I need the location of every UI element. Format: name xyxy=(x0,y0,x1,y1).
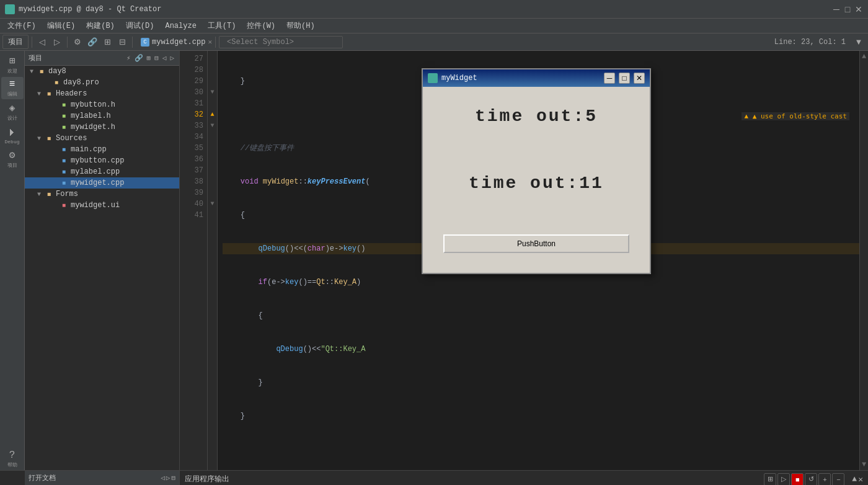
tree-item-day8[interactable]: ▼ ◼ day8 xyxy=(25,66,179,77)
toolbar-filter[interactable]: ⚙ xyxy=(71,35,84,49)
tree-item-day8pro[interactable]: ■ day8.pro xyxy=(25,77,179,88)
output-btn-restart[interactable]: ↺ xyxy=(805,473,817,486)
tree-label: day8 xyxy=(48,67,66,76)
output-btn-remove[interactable]: − xyxy=(832,473,844,486)
docs-icon1[interactable]: ◁ xyxy=(161,474,165,482)
close-button[interactable]: ✕ xyxy=(854,5,863,14)
widget-minimize-button[interactable]: ─ xyxy=(604,73,615,84)
cursor-position: Line: 23, Col: 1 xyxy=(774,38,851,47)
scroll-down-btn[interactable]: ▼ xyxy=(860,459,868,470)
output-controls: ⊞ ▷ ■ ↺ + − xyxy=(764,473,844,486)
sidebar-design[interactable]: ◈ 设计 xyxy=(1,100,24,123)
open-docs-panel: 打开文档 ◁ ▷ ⊟ p day8.pro C mybutton.cpp h m… xyxy=(25,471,180,485)
edit-icon: ≡ xyxy=(9,79,16,90)
maximize-button[interactable]: □ xyxy=(843,5,852,14)
output-close-icon[interactable]: ✕ xyxy=(858,474,863,484)
output-btn-run[interactable]: ▷ xyxy=(777,473,790,486)
tree-item-mywidget-ui[interactable]: ■ mywidget.ui xyxy=(25,200,179,211)
menu-controls[interactable]: 控件(W) xyxy=(242,19,280,32)
code-line-38 xyxy=(223,444,863,455)
toolbar-back[interactable]: ◁ xyxy=(35,35,49,49)
open-docs-controls: ◁ ▷ ⊟ xyxy=(161,474,175,482)
scroll-track[interactable] xyxy=(860,62,868,459)
output-title: 应用程序输出 xyxy=(185,474,229,484)
sidebar-edit[interactable]: ≡ 编辑 xyxy=(1,77,24,99)
tree-label: mywidget.cpp xyxy=(71,179,124,187)
warning-annotation: ▲ ▲ use of old-style cast xyxy=(742,112,849,120)
sidebar-project[interactable]: ⚙ 项目 xyxy=(1,148,24,170)
code-line-37: } xyxy=(223,411,863,422)
menu-debug[interactable]: 调试(D) xyxy=(121,19,159,32)
collapse-icon[interactable]: ⊟ xyxy=(153,53,160,63)
forward-nav-icon[interactable]: ▷ xyxy=(169,53,175,63)
link-icon[interactable]: 🔗 xyxy=(133,53,144,63)
widget-maximize-button[interactable]: □ xyxy=(619,73,630,84)
cpp-file-icon: ■ xyxy=(60,145,68,154)
file-tab-close[interactable]: ✕ xyxy=(208,38,212,46)
tree-item-mylabel-h[interactable]: ■ mylabel.h xyxy=(25,110,179,122)
tree-item-main-cpp[interactable]: ■ main.cpp xyxy=(25,144,179,155)
tree-item-forms[interactable]: ▼ ◼ Forms xyxy=(25,189,179,200)
scroll-up-btn[interactable]: ▲ xyxy=(860,51,868,62)
tree-label: main.cpp xyxy=(71,145,107,154)
menu-help[interactable]: 帮助(H) xyxy=(281,19,320,32)
menu-analyze[interactable]: Analyze xyxy=(160,20,201,32)
toolbar-forward[interactable]: ▷ xyxy=(50,35,64,49)
project-header: 项目 ⚡ 🔗 ⊞ ⊟ ◁ ▷ xyxy=(25,51,179,66)
toolbar-separator4 xyxy=(215,37,216,48)
menu-tools[interactable]: 工具(T) xyxy=(203,19,241,32)
output-btn-stop[interactable]: ■ xyxy=(791,473,804,486)
tree-item-mybutton-h[interactable]: ■ mybutton.h xyxy=(25,99,179,110)
sidebar-help[interactable]: ? 帮助 xyxy=(1,448,24,470)
sidebar-welcome[interactable]: ⊞ 欢迎 xyxy=(1,53,24,76)
sidebar-debug[interactable]: ⏵ Debug xyxy=(1,124,24,146)
file-tab-label[interactable]: mywidget.cpp xyxy=(152,38,205,47)
ui-file-icon: ■ xyxy=(60,201,68,210)
tree-item-mylabel-cpp[interactable]: ■ mylabel.cpp xyxy=(25,166,179,177)
menu-edit[interactable]: 编辑(E) xyxy=(42,19,81,32)
project-icon: ⚙ xyxy=(9,149,16,161)
menu-file[interactable]: 文件(F) xyxy=(2,19,41,32)
main-area: ⊞ 欢迎 ≡ 编辑 ◈ 设计 ⏵ Debug ⚙ 项目 ? 帮助 项目 ⚡ xyxy=(0,51,868,470)
expand-icon[interactable]: ⊞ xyxy=(146,53,153,63)
tree-item-headers[interactable]: ▼ ◼ Headers xyxy=(25,88,179,99)
widget-pushbutton[interactable]: PushButton xyxy=(443,234,629,253)
toolbar-scroll-btn[interactable]: ▼ xyxy=(852,35,866,49)
widget-close-button[interactable]: ✕ xyxy=(634,73,645,84)
docs-icon2[interactable]: ▷ xyxy=(166,474,170,482)
tree-label: Forms xyxy=(56,190,78,198)
arrow-icon: ▼ xyxy=(37,91,45,97)
project-dropdown-label[interactable]: 项目 xyxy=(29,53,123,63)
filter-icon[interactable]: ⚡ xyxy=(125,53,132,63)
file-tab-icon: C xyxy=(141,38,149,47)
pro-file-icon: ■ xyxy=(52,78,61,87)
editor-scrollbar[interactable]: ▲ ▼ xyxy=(859,51,868,470)
design-icon: ◈ xyxy=(9,102,16,114)
code-line-35: qDebug()<<"Qt::Key_A xyxy=(223,344,863,355)
symbol-selector[interactable]: <Select Symbol> xyxy=(219,36,343,48)
tree-item-mywidget-cpp[interactable]: ■ mywidget.cpp xyxy=(25,177,179,189)
cpp-file-icon: ■ xyxy=(60,179,68,187)
output-btn1[interactable]: ⊞ xyxy=(764,473,776,486)
h-file-icon: ■ xyxy=(60,123,68,131)
toolbar-collapse[interactable]: ⊟ xyxy=(115,35,129,49)
toolbar-expand[interactable]: ⊞ xyxy=(100,35,114,49)
tree-item-mywidget-h[interactable]: ■ mywidget.h xyxy=(25,122,179,133)
folder-icon: ◼ xyxy=(45,89,53,98)
code-line-33: if(e->key()==Qt::Key_A) xyxy=(223,277,863,288)
title-bar: mywidget.cpp @ day8 - Qt Creator ─ □ ✕ xyxy=(0,0,868,19)
toolbar-link[interactable]: 🔗 xyxy=(86,35,99,49)
back-nav-icon[interactable]: ◁ xyxy=(161,53,168,63)
welcome-icon: ⊞ xyxy=(9,55,16,67)
tree-label: Sources xyxy=(56,134,87,143)
tree-item-mybutton-cpp[interactable]: ■ mybutton.cpp xyxy=(25,155,179,166)
output-btn-add[interactable]: + xyxy=(818,473,831,486)
tree-item-sources[interactable]: ▼ ◼ Sources xyxy=(25,133,179,144)
project-dropdown[interactable]: 项目 xyxy=(2,35,29,49)
docs-icon3[interactable]: ⊟ xyxy=(171,474,175,482)
menu-build[interactable]: 构建(B) xyxy=(81,19,120,32)
output-expand-icon[interactable]: ▲ xyxy=(852,474,857,484)
icon-sidebar: ⊞ 欢迎 ≡ 编辑 ◈ 设计 ⏵ Debug ⚙ 项目 ? 帮助 xyxy=(0,51,25,470)
minimize-button[interactable]: ─ xyxy=(832,5,841,14)
code-editor[interactable]: 27 28 29 30 31 32 33 34 35 36 37 38 39 4… xyxy=(180,51,868,470)
